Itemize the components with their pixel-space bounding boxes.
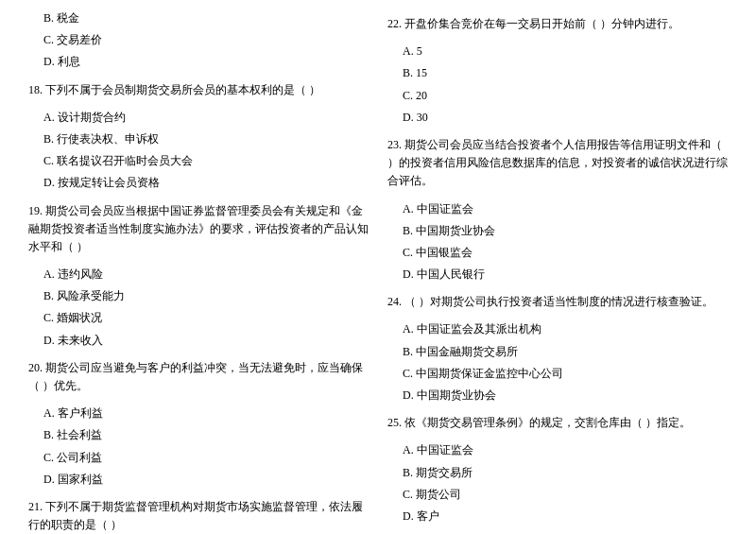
- option-item: A. 中国证监会及其派出机构: [387, 320, 728, 338]
- option-item: D. 客户: [387, 508, 728, 525]
- option-item: C. 20: [387, 87, 728, 105]
- question-item: 20. 期货公司应当避免与客户的利益冲突，当无法避免时，应当确保（ ）优先。: [28, 359, 369, 395]
- option-item: B. 中国金融期货交易所: [387, 343, 728, 361]
- page-container: B. 税金C. 交易差价D. 利息18. 下列不属于会员制期货交易所会员的基本权…: [28, 9, 728, 534]
- option-item: D. 未来收入: [28, 332, 369, 350]
- option-item: A. 中国证监会: [387, 200, 728, 218]
- question-item: 18. 下列不属于会员制期货交易所会员的基本权利的是（ ）: [28, 81, 369, 99]
- option-item: C. 中国银监会: [387, 244, 728, 262]
- question-item: 19. 期货公司会员应当根据中国证券监督管理委员会有关规定和《金融期货投资者适当…: [28, 202, 369, 257]
- option-item: A. 违约风险: [28, 266, 369, 284]
- question-item: 24. （ ）对期货公司执行投资者适当性制度的情况进行核查验证。: [387, 293, 728, 311]
- option-item: A. 客户利益: [28, 405, 369, 422]
- option-item: A. 设计期货合约: [28, 109, 369, 127]
- option-item: C. 公司利益: [28, 449, 369, 467]
- left-column: B. 税金C. 交易差价D. 利息18. 下列不属于会员制期货交易所会员的基本权…: [28, 9, 369, 534]
- option-item: B. 期货交易所: [387, 464, 728, 482]
- option-item: B. 社会利益: [28, 426, 369, 444]
- option-item: B. 税金: [28, 9, 369, 27]
- option-item: C. 期货公司: [387, 486, 728, 504]
- option-item: C. 婚姻状况: [28, 309, 369, 327]
- right-column: 22. 开盘价集合竞价在每一交易日开始前（ ）分钟内进行。A. 5B. 15C.…: [387, 9, 728, 534]
- option-item: D. 按规定转让会员资格: [28, 174, 369, 192]
- option-item: B. 中国期货业协会: [387, 222, 728, 240]
- option-item: C. 联名提议召开临时会员大会: [28, 152, 369, 170]
- option-item: D. 利息: [28, 53, 369, 71]
- option-item: B. 风险承受能力: [28, 287, 369, 305]
- option-item: A. 中国证监会: [387, 441, 728, 459]
- question-item: 21. 下列不属于期货监督管理机构对期货市场实施监督管理，依法履行的职责的是（ …: [28, 498, 369, 534]
- option-item: D. 中国期货业协会: [387, 387, 728, 405]
- option-item: D. 国家利益: [28, 471, 369, 489]
- question-item: 23. 期货公司会员应当结合投资者个人信用报告等信用证明文件和（ ）的投资者信用…: [387, 136, 728, 191]
- option-item: D. 30: [387, 109, 728, 127]
- option-item: A. 5: [387, 43, 728, 60]
- option-item: D. 中国人民银行: [387, 266, 728, 284]
- option-item: C. 交易差价: [28, 31, 369, 49]
- question-item: 25. 依《期货交易管理条例》的规定，交割仓库由（ ）指定。: [387, 414, 728, 432]
- option-item: B. 行使表决权、申诉权: [28, 130, 369, 148]
- question-item: 22. 开盘价集合竞价在每一交易日开始前（ ）分钟内进行。: [387, 15, 728, 33]
- option-item: B. 15: [387, 64, 728, 82]
- option-item: C. 中国期货保证金监控中心公司: [387, 365, 728, 383]
